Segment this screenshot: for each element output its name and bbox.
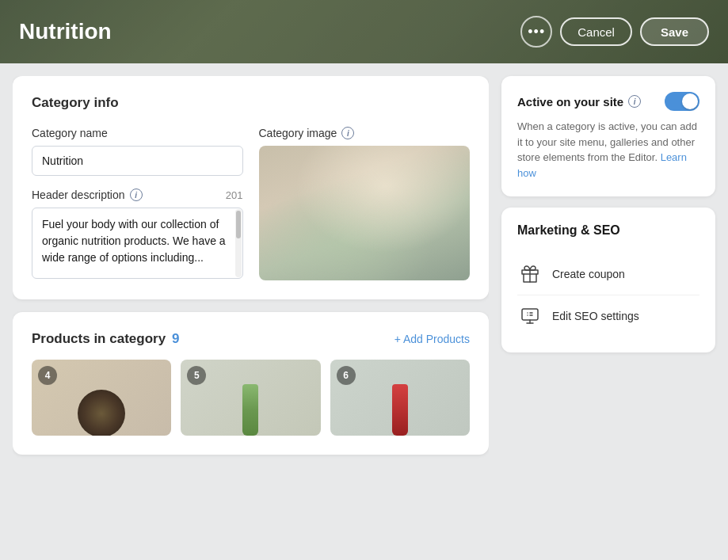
coupon-icon — [517, 261, 543, 287]
active-description: When a category is active, you can add i… — [517, 119, 699, 181]
name-group: Category name — [32, 127, 243, 176]
header-actions: ••• Cancel Save — [520, 16, 709, 48]
desc-label: Header description i — [32, 189, 143, 201]
page-title: Nutrition — [19, 19, 112, 44]
products-grid: 4 Chamomile Tea 5 Antioxidant Boos... — [32, 360, 470, 436]
product-num-3: 6 — [337, 366, 356, 385]
scrollbar-thumb — [236, 211, 241, 238]
image-info-icon[interactable]: i — [341, 127, 354, 139]
toggle-knob — [682, 93, 698, 109]
product-image-1: 4 — [32, 360, 171, 436]
image-group: Category image i — [259, 127, 471, 280]
product-num-1: 4 — [38, 366, 57, 385]
active-header: Active on your site i — [517, 92, 699, 111]
products-header: Products in category 9 + Add Products — [32, 331, 470, 347]
products-title: Products in category 9 — [32, 331, 180, 347]
marketing-seo-card: Marketing & SEO Create coupon — [501, 208, 715, 352]
product-num-2: 5 — [187, 366, 206, 385]
svg-rect-0 — [522, 309, 538, 320]
category-info-title: Category info — [32, 95, 470, 111]
list-item: 4 Chamomile Tea — [32, 360, 171, 436]
form-grid: Category name Header description i 201 — [32, 127, 470, 280]
marketing-title: Marketing & SEO — [517, 223, 699, 238]
category-image[interactable] — [259, 146, 471, 280]
category-info-card: Category info Category name Header descr… — [13, 76, 489, 299]
image-label: Category image i — [259, 127, 471, 139]
products-card: Products in category 9 + Add Products 4 … — [13, 312, 489, 455]
main-content: Category info Category name Header descr… — [0, 63, 728, 560]
right-panel: Active on your site i When a category is… — [501, 76, 715, 547]
category-name-input[interactable] — [32, 146, 243, 176]
edit-seo-label: Edit SEO settings — [552, 310, 639, 322]
active-toggle[interactable] — [665, 92, 699, 111]
list-item: 5 Antioxidant Boos... — [181, 360, 320, 436]
form-left-col: Category name Header description i 201 — [32, 127, 243, 280]
create-coupon-button[interactable]: Create coupon — [517, 253, 699, 295]
add-products-button[interactable]: + Add Products — [394, 333, 470, 345]
list-item: 6 100% Hydration - ... — [330, 360, 470, 436]
active-card: Active on your site i When a category is… — [501, 76, 715, 196]
active-label: Active on your site i — [517, 95, 641, 109]
desc-group: Header description i 201 Fuel your body … — [32, 189, 243, 279]
image-inner — [259, 146, 471, 280]
cancel-button[interactable]: Cancel — [560, 17, 632, 46]
name-label: Category name — [32, 127, 243, 139]
char-count: 201 — [226, 189, 243, 201]
save-button[interactable]: Save — [640, 17, 709, 46]
product-image-2: 5 — [181, 360, 320, 436]
active-info-icon[interactable]: i — [628, 95, 641, 108]
bottle-green — [242, 384, 258, 436]
more-options-button[interactable]: ••• — [520, 16, 552, 48]
scrollbar[interactable] — [235, 209, 242, 277]
desc-textarea[interactable]: Fuel your body with our collection of or… — [32, 208, 243, 279]
product-image-3: 6 — [330, 360, 470, 436]
bottle-red — [392, 384, 408, 436]
desc-textarea-wrapper: Fuel your body with our collection of or… — [32, 208, 243, 279]
desc-info-icon[interactable]: i — [130, 189, 143, 201]
edit-seo-button[interactable]: Edit SEO settings — [517, 295, 699, 337]
tea-circle — [78, 390, 125, 436]
left-panel: Category info Category name Header descr… — [13, 76, 489, 547]
header: Nutrition ••• Cancel Save — [0, 0, 728, 63]
desc-label-row: Header description i 201 — [32, 189, 243, 201]
create-coupon-label: Create coupon — [552, 268, 625, 280]
product-count: 9 — [172, 331, 179, 347]
image-col: Category image i — [259, 127, 471, 280]
seo-icon — [517, 303, 543, 329]
